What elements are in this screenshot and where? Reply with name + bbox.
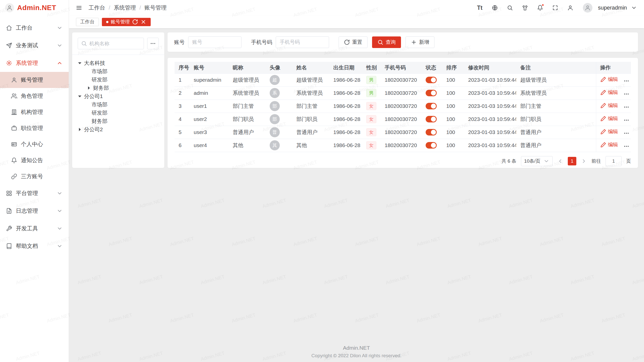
tree-node[interactable]: 研发部 [75,75,162,84]
sidebar-item-third-party-account[interactable]: 三方账号 [0,168,69,185]
prev-page-button[interactable] [557,158,563,164]
edit-button[interactable]: 编辑 [600,115,618,122]
menu-collapse-icon[interactable] [76,5,82,11]
tab-workbench[interactable]: 工作台 [76,18,99,26]
current-page-button[interactable]: 1 [568,157,576,165]
status-toggle[interactable] [426,90,437,96]
sidebar-item-help-docs[interactable]: 帮助文档 [0,237,69,255]
sidebar-item-business-test[interactable]: 业务测试 [0,37,69,54]
app-logo[interactable]: Admin.NET [0,0,69,16]
more-actions-button[interactable] [623,104,629,110]
next-page-button[interactable] [581,158,587,164]
tree-node[interactable]: 市场部 [75,100,162,109]
tree-node[interactable]: 市场部 [75,67,162,75]
status-toggle[interactable] [426,103,437,109]
sidebar-item-label: 三方账号 [21,173,43,180]
caret-down-icon[interactable] [77,93,83,99]
status-toggle[interactable] [426,142,437,149]
sidebar-item-dev-tools[interactable]: 开发工具 [0,220,69,237]
sidebar-item-log-management[interactable]: 日志管理 [0,202,69,220]
sidebar-item-platform-management[interactable]: 平台管理 [0,185,69,202]
more-actions-button[interactable] [623,91,629,97]
more-actions-button[interactable] [623,130,629,136]
sidebar-item-workbench[interactable]: 工作台 [0,19,69,37]
cell-name: 系统管理员 [292,86,329,100]
sidebar-item-role-management[interactable]: 角色管理 [0,88,69,104]
accounts-table-panel: 序号 账号 昵称 头像 姓名 出生日期 性别 手机号码 状态 排序 修改时间 备… [168,58,638,168]
edit-button[interactable]: 编辑 [600,102,618,109]
chevron-down-icon[interactable] [631,5,637,11]
cell-modified: 2023-01-03 10:59:44 [464,139,516,152]
edit-button[interactable]: 编辑 [600,141,618,148]
cell-phone: 18020030720 [381,100,422,113]
fullscreen-icon[interactable] [551,3,560,12]
breadcrumb-item[interactable]: 账号管理 [144,4,167,12]
refresh-icon[interactable] [132,19,138,25]
gender-badge: 女 [366,115,376,123]
sidebar-item-post-management[interactable]: 职位管理 [0,120,69,136]
edit-button[interactable]: 编辑 [600,89,618,96]
account-input[interactable] [188,36,242,48]
tree-more-button[interactable] [147,38,159,49]
org-search-input[interactable] [89,41,141,47]
sidebar-item-account-management[interactable]: 账号管理 [0,72,69,88]
caret-right-icon[interactable] [86,85,92,91]
cell-remark: 部门职员 [516,113,596,126]
avatar: 系 [270,88,280,98]
bell-icon [11,157,17,163]
layout-settings-icon[interactable] [566,3,575,12]
tab-label: 工作台 [80,19,95,25]
log-icon [6,208,12,214]
sidebar-item-personal-center[interactable]: 个人中心 [0,136,69,152]
cell-modified: 2023-01-03 10:59:44 [464,100,516,113]
more-actions-button[interactable] [623,78,629,84]
sidebar-item-org-management[interactable]: 机构管理 [0,104,69,120]
edit-button[interactable]: 编辑 [600,128,618,135]
tree-node[interactable]: 分公司1 [75,92,162,100]
tree-node[interactable]: 财务部 [75,84,162,92]
tree-node[interactable]: 大名科技 [75,59,162,67]
avatar[interactable] [583,3,592,13]
tree-node[interactable]: 研发部 [75,109,162,117]
notification-icon[interactable] [536,3,545,12]
tree-node-label: 市场部 [92,68,107,75]
username[interactable]: superadmin [598,5,627,11]
language-icon[interactable] [490,3,499,12]
reset-button[interactable]: 重置 [339,36,368,48]
table-row: 1 superadmin 超级管理员 超 超级管理员 1986-06-28 男 … [175,73,631,86]
edit-button[interactable]: 编辑 [600,76,618,83]
status-toggle[interactable] [426,77,437,83]
tab-account-management[interactable]: 账号管理 [102,18,151,26]
cell-name: 普通用户 [292,126,329,139]
sidebar-item-notice[interactable]: 通知公告 [0,152,69,168]
sidebar-item-label: 通知公告 [21,157,43,164]
tree-node[interactable]: 分公司2 [75,125,162,133]
goto-page-input[interactable] [606,156,622,166]
page-size-select[interactable]: 10条/页 [521,156,553,166]
pencil-icon [600,129,606,135]
tree-node[interactable]: 财务部 [75,117,162,125]
add-button[interactable]: 新增 [406,36,434,48]
gender-badge: 女 [366,128,376,136]
search-button[interactable]: 查询 [372,36,401,48]
chevron-down-icon [543,158,549,164]
close-icon[interactable] [140,19,146,25]
org-search-field[interactable] [78,38,144,49]
col-phone: 手机号码 [381,62,422,73]
more-actions-button[interactable] [623,143,629,149]
search-icon[interactable] [505,3,514,12]
theme-icon[interactable] [520,3,530,12]
phone-input[interactable] [276,36,329,48]
caret-down-icon[interactable] [77,60,83,66]
sidebar-item-system-management[interactable]: 系统管理 [0,54,69,72]
table-row: 5 user3 普通用户 普 普通用户 1986-06-28 女 1802003… [175,126,631,139]
more-actions-button[interactable] [623,117,629,123]
status-toggle[interactable] [426,116,437,122]
account-label: 账号 [174,39,185,46]
caret-right-icon[interactable] [77,126,83,132]
font-size-icon[interactable]: Tt [475,3,484,12]
breadcrumb-item[interactable]: 系统管理 [114,4,136,12]
breadcrumb-item[interactable]: 工作台 [89,4,105,12]
cell-birth: 1986-06-28 [329,126,362,139]
status-toggle[interactable] [426,129,437,135]
